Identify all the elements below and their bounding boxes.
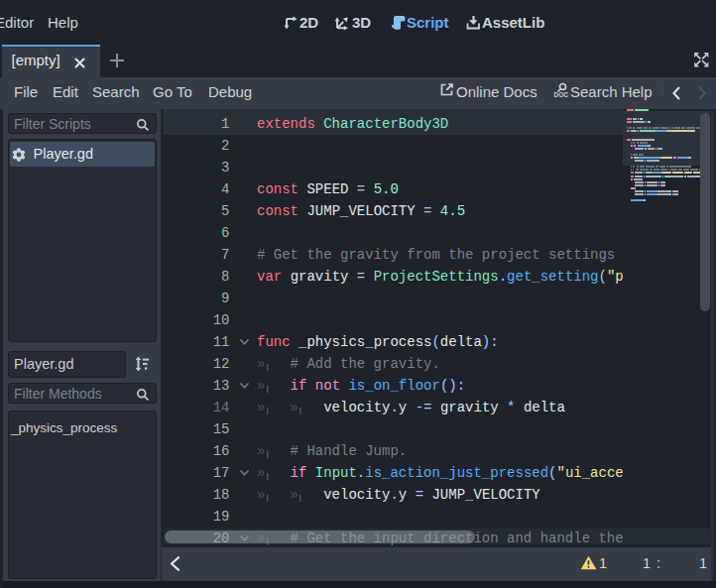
svg-text:DOC: DOC (554, 91, 569, 98)
